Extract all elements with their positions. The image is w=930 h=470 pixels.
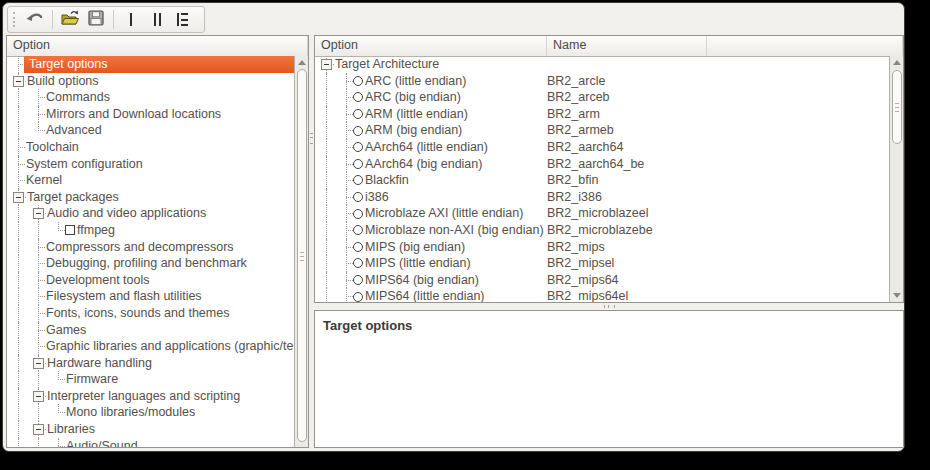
panel-splitter-horizontal[interactable]	[314, 303, 904, 310]
expand-collapse-toggle[interactable]	[13, 192, 24, 203]
tree-item[interactable]: Fonts, icons, sounds and themes	[7, 305, 294, 322]
radio-icon[interactable]	[353, 126, 363, 136]
column-header-extra[interactable]	[707, 36, 903, 56]
tree-item-label: Games	[46, 322, 86, 339]
split-view-button[interactable]	[144, 8, 170, 31]
config-option-row[interactable]: ARC (little endian)BR2_arcle	[315, 73, 889, 90]
tree-item[interactable]: Firmware	[7, 371, 294, 388]
config-option-row[interactable]: Microblaze non-AXI (big endian)BR2_micro…	[315, 222, 889, 239]
radio-icon[interactable]	[353, 209, 363, 219]
tree-item[interactable]: Advanced	[7, 122, 294, 139]
tree-item-label: Microblaze non-AXI (big endian)	[365, 222, 544, 239]
config-option-row[interactable]: ARM (big endian)BR2_armeb	[315, 122, 889, 139]
config-option-row[interactable]: BlackfinBR2_bfin	[315, 172, 889, 189]
radio-icon[interactable]	[353, 159, 363, 169]
full-view-button[interactable]	[170, 8, 196, 31]
tree-item[interactable]: Audio/Sound	[7, 438, 294, 447]
tree-item-label: Audio and video applications	[47, 205, 206, 222]
tree-item[interactable]: Development tools	[7, 272, 294, 289]
undo-button[interactable]	[22, 8, 48, 31]
config-option-row[interactable]: MIPS64 (big endian)BR2_mips64	[315, 272, 889, 289]
tree-item[interactable]: Compressors and decompressors	[7, 239, 294, 256]
tree-item[interactable]: Commands	[7, 89, 294, 106]
tree-item[interactable]: Graphic libraries and applications (grap…	[7, 338, 294, 355]
right-panel-scrollbar[interactable]	[889, 56, 903, 302]
radio-icon[interactable]	[353, 292, 363, 302]
radio-icon[interactable]	[353, 258, 363, 268]
left-panel-scrollbar[interactable]	[294, 56, 308, 447]
radio-icon[interactable]	[353, 76, 363, 86]
tree-item-label: Advanced	[46, 122, 102, 139]
open-folder-icon	[60, 9, 80, 31]
tree-item-label: Graphic libraries and applications (grap…	[46, 338, 293, 355]
options-tree-panel: Option Target optionsBuild optionsComman…	[6, 35, 309, 448]
tree-item-label: Commands	[46, 89, 110, 106]
symbol-name: BR2_mips	[547, 239, 605, 256]
tree-item[interactable]: Filesystem and flash utilities	[7, 288, 294, 305]
config-option-row[interactable]: AArch64 (big endian)BR2_aarch64_be	[315, 156, 889, 173]
column-header-name[interactable]: Name	[547, 36, 707, 56]
scroll-up-icon[interactable]	[893, 60, 901, 65]
tree-item-label: Microblaze AXI (little endian)	[365, 205, 523, 222]
radio-icon[interactable]	[353, 242, 363, 252]
expand-collapse-toggle[interactable]	[33, 391, 44, 402]
tree-item-label: Blackfin	[365, 172, 409, 189]
radio-icon[interactable]	[353, 192, 363, 202]
save-button[interactable]	[83, 8, 109, 31]
config-option-row[interactable]: MIPS (big endian)BR2_mips	[315, 239, 889, 256]
expand-collapse-toggle[interactable]	[321, 59, 332, 70]
tree-item[interactable]: Hardware handling	[7, 355, 294, 372]
expand-collapse-toggle[interactable]	[13, 76, 24, 87]
checkbox-icon[interactable]	[65, 225, 75, 235]
column-header-option[interactable]: Option	[7, 36, 308, 56]
config-option-row[interactable]: Target Architecture	[315, 56, 889, 73]
radio-icon[interactable]	[353, 275, 363, 285]
expand-collapse-toggle[interactable]	[33, 424, 44, 435]
scroll-down-icon[interactable]	[893, 293, 901, 298]
symbol-name: BR2_arcle	[547, 73, 605, 90]
expand-collapse-toggle[interactable]	[33, 358, 44, 369]
config-option-row[interactable]: Microblaze AXI (little endian)BR2_microb…	[315, 205, 889, 222]
tree-item-label: AArch64 (big endian)	[365, 156, 482, 173]
tree-item[interactable]: Kernel	[7, 172, 294, 189]
tree-item-label: Audio/Sound	[66, 438, 138, 447]
tree-item[interactable]: Libraries	[7, 421, 294, 438]
column-header-option[interactable]: Option	[315, 36, 547, 56]
single-view-button[interactable]	[118, 8, 144, 31]
tree-item-label: Interpreter languages and scripting	[47, 388, 240, 405]
radio-icon[interactable]	[353, 92, 363, 102]
tree-item[interactable]: Toolchain	[7, 139, 294, 156]
radio-icon[interactable]	[353, 142, 363, 152]
tree-item-label: ARM (big endian)	[365, 122, 462, 139]
symbol-name: BR2_mips64	[547, 272, 619, 289]
config-option-row[interactable]: MIPS (little endian)BR2_mipsel	[315, 255, 889, 272]
radio-icon[interactable]	[353, 225, 363, 235]
tree-item[interactable]: Target packages	[7, 189, 294, 206]
config-option-row[interactable]: ARC (big endian)BR2_arceb	[315, 89, 889, 106]
radio-icon[interactable]	[353, 109, 363, 119]
scroll-up-icon[interactable]	[298, 60, 306, 65]
config-option-row[interactable]: AArch64 (little endian)BR2_aarch64	[315, 139, 889, 156]
tree-item[interactable]: ffmpeg	[7, 222, 294, 239]
tree-item[interactable]: System configuration	[7, 156, 294, 173]
tree-item-label: Build options	[27, 73, 99, 90]
tree-item[interactable]: Mono libraries/modules	[7, 404, 294, 421]
tree-item-label: Libraries	[47, 421, 95, 438]
tree-item[interactable]: Audio and video applications	[7, 205, 294, 222]
tree-item[interactable]: Games	[7, 322, 294, 339]
tree-item[interactable]: Interpreter languages and scripting	[7, 388, 294, 405]
tree-item[interactable]: Debugging, profiling and benchmark	[7, 255, 294, 272]
scrollbar-thumb[interactable]	[297, 69, 307, 442]
scrollbar-thumb[interactable]	[892, 70, 902, 144]
tree-item[interactable]: Build options	[7, 73, 294, 90]
config-option-row[interactable]: ARM (little endian)BR2_arm	[315, 106, 889, 123]
expand-collapse-toggle[interactable]	[33, 208, 44, 219]
toolbar-drag-handle[interactable]	[13, 12, 18, 27]
tree-item[interactable]: Mirrors and Download locations	[7, 106, 294, 123]
open-button[interactable]	[57, 8, 83, 31]
config-option-row[interactable]: i386BR2_i386	[315, 189, 889, 206]
tree-item-label: i386	[365, 189, 389, 206]
config-option-row[interactable]: MIPS64 (little endian)BR2_mips64el	[315, 288, 889, 302]
tree-item[interactable]: Target options	[7, 56, 294, 73]
radio-icon[interactable]	[353, 175, 363, 185]
